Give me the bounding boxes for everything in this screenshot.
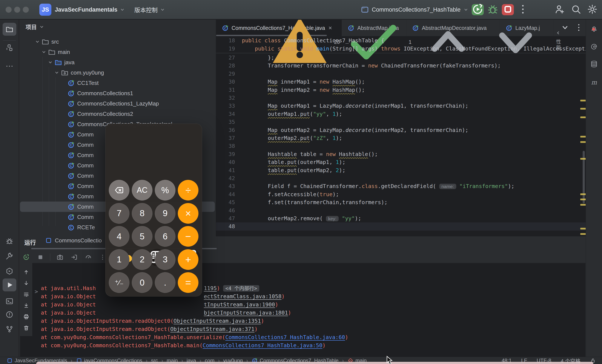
tree-item-CommonsCollections2[interactable]: CCommonsCollections2 xyxy=(20,109,215,119)
tree-item-java[interactable]: java xyxy=(20,57,215,67)
console-rerun-button[interactable] xyxy=(22,253,31,262)
line-number: 27 xyxy=(216,54,235,62)
code-token: new xyxy=(326,151,336,157)
stacktrace-link[interactable]: ObjectInputStream.java:371 xyxy=(170,326,254,332)
stacktrace-link[interactable]: 1195 xyxy=(204,285,217,291)
stacktrace-link[interactable]: CommonsCollections7_HashTable.java:50 xyxy=(203,342,322,349)
console-scroll-to-top-button[interactable] xyxy=(22,268,31,276)
add-user-button[interactable] xyxy=(554,4,565,15)
calc-button-÷[interactable]: ÷ xyxy=(178,180,198,200)
code-line-text: table.put(outerMap1, 1); xyxy=(242,158,345,166)
editor[interactable]: CCommonsCollections7_HashTable.javaCAbst… xyxy=(216,20,586,236)
macos-dock-edge xyxy=(36,362,593,364)
calc-button-0[interactable]: 0 xyxy=(132,272,152,293)
calc-button-+[interactable]: + xyxy=(178,249,198,270)
calc-button-6[interactable]: 6 xyxy=(155,226,175,247)
sidebar-item-more[interactable] xyxy=(3,60,16,73)
class-icon: C xyxy=(67,141,75,149)
right-stripe-ai-assistant[interactable] xyxy=(587,40,601,53)
calc-button-%[interactable]: % xyxy=(155,180,175,200)
console-stop-button[interactable] xyxy=(36,253,45,262)
console-print-button[interactable] xyxy=(22,312,31,321)
calc-button-⁺∕₋[interactable]: ⁺∕₋ xyxy=(109,272,129,293)
calc-button-5[interactable]: 5 xyxy=(132,226,152,247)
calc-button-8[interactable]: 8 xyxy=(132,203,152,224)
sidebar-item-git[interactable] xyxy=(3,323,16,336)
right-stripe-notifications[interactable] xyxy=(587,22,601,35)
stop-button[interactable] xyxy=(502,4,514,15)
stacktrace-link[interactable]: ectStreamClass.java:1058 xyxy=(204,293,281,300)
calc-button-−[interactable]: − xyxy=(178,226,198,247)
vcs-menu[interactable]: 版本控制 xyxy=(134,0,165,19)
sidebar-item-build[interactable] xyxy=(3,250,16,263)
console-soft-wrap-button[interactable] xyxy=(22,290,31,299)
tree-item-main[interactable]: main xyxy=(20,47,215,57)
tree-item-src[interactable]: src xyxy=(20,37,215,47)
rerun-button[interactable] xyxy=(472,4,484,15)
stacktrace-link[interactable]: ObjectInputStream.java:1351 xyxy=(173,318,261,324)
tree-item-CommonsCollections1_LazyMap[interactable]: CCommonsCollections1_LazyMap xyxy=(20,98,215,109)
performance-tab[interactable]: 性能 xyxy=(552,30,565,51)
tree-item-CC1Test[interactable]: CCC1Test xyxy=(20,78,215,88)
sidebar-item-debug[interactable] xyxy=(3,235,16,248)
calc-button-7[interactable]: 7 xyxy=(109,203,129,224)
sidebar-item-problems[interactable] xyxy=(3,308,16,321)
chevron-down-icon[interactable] xyxy=(41,49,47,55)
chevron-down-icon[interactable] xyxy=(54,70,60,75)
calc-button-2[interactable]: 2 xyxy=(132,249,152,270)
zoom-window-button[interactable] xyxy=(23,7,29,13)
code-token: f.set(transformerChain,transformers); xyxy=(242,199,387,205)
calculator-window[interactable]: 0 AC%÷789×456−123+⁺∕₋0.= xyxy=(105,124,202,297)
more-run-actions-button[interactable] xyxy=(517,4,529,15)
console-clear-button[interactable] xyxy=(22,324,31,332)
code-line-43: 43 Field f = ChainedTransformer.class.ge… xyxy=(216,182,586,190)
console-profiler-button[interactable] xyxy=(84,253,93,262)
settings-button[interactable] xyxy=(587,4,598,15)
stacktrace-link[interactable]: bjectInputStream.java:1801 xyxy=(204,310,288,316)
stacktrace-link[interactable]: tInputStream.java:1900 xyxy=(204,302,275,308)
stacktrace-link[interactable]: CommonsCollections7_HashTable.java:60 xyxy=(225,334,345,340)
calc-button-.[interactable]: . xyxy=(155,272,175,293)
calc-button-4[interactable]: 4 xyxy=(109,226,129,247)
calc-button-3[interactable]: 3 xyxy=(155,249,175,270)
sidebar-item-terminal[interactable] xyxy=(3,295,16,308)
fold-expand-icon[interactable]: > xyxy=(35,288,38,295)
calc-button-AC[interactable]: AC xyxy=(132,180,152,200)
calc-button-1[interactable]: 1 xyxy=(109,249,129,270)
sidebar-item-run[interactable] xyxy=(3,279,16,291)
console-scroll-to-bottom-button[interactable] xyxy=(22,279,31,288)
chevron-down-icon[interactable] xyxy=(35,39,40,44)
tab-options-button[interactable] xyxy=(574,22,583,33)
right-stripe-database[interactable] xyxy=(587,58,601,71)
profiler-icon xyxy=(85,254,92,261)
tree-item-label: RCETe xyxy=(77,224,95,231)
calc-button-9[interactable]: 9 xyxy=(155,203,175,224)
run-configuration-selector[interactable]: CommonsCollections7_HashTable xyxy=(361,5,469,14)
close-window-button[interactable] xyxy=(6,7,12,13)
right-stripe-maven[interactable]: m xyxy=(587,76,601,89)
console-scroll-to-end-button[interactable] xyxy=(22,301,31,310)
tree-item-CommonsCollections1[interactable]: CCommonsCollections1 xyxy=(20,88,215,98)
debug-button[interactable] xyxy=(487,4,499,15)
calc-button-=[interactable]: = xyxy=(178,272,198,293)
tree-item-com.yuy0ung[interactable]: com.yuy0ung xyxy=(20,67,215,78)
project-menu[interactable]: JavaSecFundamentals xyxy=(55,0,125,19)
svg-text:C: C xyxy=(70,92,72,95)
folded-lines-chip[interactable]: <4 个内部行> xyxy=(223,285,259,291)
console-line: at java.util.Hash xyxy=(41,284,96,292)
search-button[interactable] xyxy=(571,4,581,15)
minimize-window-button[interactable] xyxy=(14,7,20,13)
console[interactable]: > at java.util.Hash1195) <4 个内部行>at java… xyxy=(20,263,585,357)
console-screenshot-button[interactable] xyxy=(55,253,64,262)
chevron-down-icon[interactable] xyxy=(47,60,53,65)
console-import-test-result-button[interactable] xyxy=(70,253,79,262)
project-panel-header[interactable]: 项目 xyxy=(26,23,44,31)
sidebar-item-project-folder[interactable] xyxy=(3,23,16,36)
sidebar-item-structure[interactable] xyxy=(3,41,16,54)
code-line-42: 42 xyxy=(216,174,586,182)
run-tab[interactable]: CommonsCollectio xyxy=(45,237,106,244)
sidebar-item-services[interactable] xyxy=(3,265,16,278)
warning-stripe-mark xyxy=(580,193,586,195)
calc-button-×[interactable]: × xyxy=(178,203,198,224)
calc-button-backspace[interactable] xyxy=(109,180,129,200)
